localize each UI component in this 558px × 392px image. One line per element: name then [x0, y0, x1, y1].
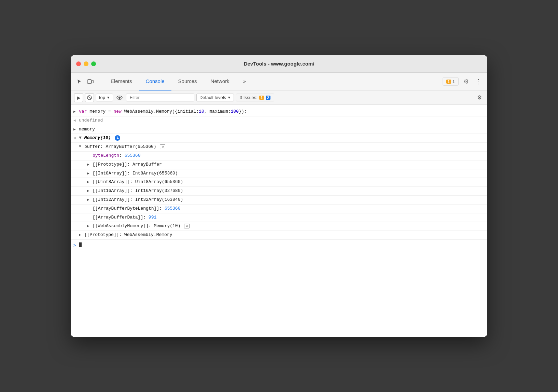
console-input-line[interactable]: >	[71, 240, 487, 251]
line-content: [[ArrayBufferByteLength]]: 655360	[93, 205, 485, 212]
maximize-button[interactable]	[91, 61, 96, 66]
levels-selector[interactable]: Default levels ▼	[196, 94, 234, 101]
context-selector[interactable]: top ▼	[96, 94, 113, 101]
minimize-button[interactable]	[84, 61, 88, 66]
tab-console[interactable]: Console	[139, 73, 171, 90]
line-content: memory	[79, 126, 485, 133]
tab-sources[interactable]: Sources	[171, 73, 204, 90]
devtools-window: DevTools - www.google.com/ Elements	[71, 55, 487, 337]
expand-icon[interactable]	[87, 187, 93, 193]
eye-button[interactable]	[115, 93, 124, 102]
traffic-lights	[76, 61, 96, 66]
line-content: buffer: ArrayBuffer(655360) ⊟	[84, 143, 485, 151]
line-content: [[Int32Array]]: Int32Array(163840)	[93, 196, 485, 204]
filter-input[interactable]	[126, 94, 194, 101]
console-line-2: undefined	[71, 116, 487, 125]
console-line-15: [[Prototype]]: WebAssembly.Memory	[71, 231, 487, 240]
spacer	[87, 214, 93, 215]
console-line-12: [[ArrayBufferByteLength]]: 655360	[71, 205, 487, 213]
output-icon	[73, 117, 79, 123]
line-content: [[Int8Array]]: Int8Array(655360)	[93, 170, 485, 177]
svg-rect-0	[88, 80, 91, 84]
tab-elements[interactable]: Elements	[104, 73, 139, 90]
console-toolbar: ▶ top ▼ Default levels ▼ 3 Issues: 1 2	[71, 90, 487, 105]
window-title: DevTools - www.google.com/	[244, 61, 315, 67]
tab-more[interactable]: »	[236, 73, 253, 90]
buffer-db-icon: ⊟	[160, 144, 165, 149]
titlebar: DevTools - www.google.com/	[71, 55, 487, 73]
console-settings-icon[interactable]: ⚙	[475, 93, 484, 102]
expand-icon[interactable]	[87, 196, 93, 202]
spacer	[87, 205, 93, 206]
expand-icon[interactable]	[87, 179, 93, 184]
device-icon[interactable]	[86, 77, 95, 86]
console-line-13: [[ArrayBufferData]]: 991	[71, 213, 487, 222]
svg-point-5	[118, 97, 120, 98]
expand-icon[interactable]	[87, 223, 93, 228]
run-button[interactable]: ▶	[74, 93, 83, 102]
toolbar-icons	[75, 77, 95, 86]
console-line-11: [[Int32Array]]: Int32Array(163840)	[71, 196, 487, 205]
line-content: byteLength: 655360	[93, 152, 485, 159]
more-icon[interactable]: ⋮	[474, 77, 483, 86]
console-line-10: [[Int16Array]]: Int16Array(327680)	[71, 187, 487, 196]
memory-info-icon: i	[115, 135, 120, 141]
svg-line-3	[88, 96, 91, 99]
line-content: [[ArrayBufferData]]: 991	[93, 214, 485, 221]
toolbar-right: 1 1 ⚙ ⋮	[443, 77, 483, 86]
block-button[interactable]	[85, 93, 94, 102]
line-content: var memory = new WebAssembly.Memory({ini…	[79, 108, 485, 115]
warn-icon: 1	[446, 80, 451, 84]
wasm-db-icon: ⊟	[184, 224, 190, 228]
issues-badge[interactable]: 1 1	[443, 77, 459, 86]
line-content: [[Prototype]]: WebAssembly.Memory	[84, 232, 485, 239]
line-content: [[WebAssemblyMemory]]: Memory(10) ⊟	[93, 223, 485, 230]
main-toolbar: Elements Console Sources Network » 1 1 ⚙…	[71, 73, 487, 90]
line-content: undefined	[79, 117, 485, 124]
console-line-1: var memory = new WebAssembly.Memory({ini…	[71, 108, 487, 116]
console-line-14: [[WebAssemblyMemory]]: Memory(10) ⊟	[71, 222, 487, 231]
console-prompt: >	[73, 242, 76, 248]
console-line-9: [[Uint8Array]]: Uint8Array(655360)	[71, 178, 487, 187]
settings-icon[interactable]: ⚙	[461, 77, 471, 86]
expand-icon[interactable]: ▼	[79, 143, 84, 149]
console-line-6: byteLength: 655360	[71, 152, 487, 160]
expand-icon[interactable]	[73, 108, 79, 114]
issues-info-badge: 2	[266, 96, 270, 100]
svg-rect-1	[92, 80, 93, 83]
tab-bar: Elements Console Sources Network »	[104, 73, 443, 90]
expand-icon[interactable]	[87, 170, 93, 176]
line-content: [[Int16Array]]: Int16Array(327680)	[93, 187, 485, 195]
console-line-7: [[Prototype]]: ArrayBuffer	[71, 160, 487, 169]
spacer	[87, 152, 93, 153]
line-content: ▼ Memory(10) i	[79, 135, 485, 142]
line-content: [[Uint8Array]]: Uint8Array(655360)	[93, 179, 485, 186]
line-content: [[Prototype]]: ArrayBuffer	[93, 161, 485, 168]
expand-icon[interactable]	[73, 126, 79, 131]
tab-network[interactable]: Network	[204, 73, 236, 90]
console-line-8: [[Int8Array]]: Int8Array(655360)	[71, 169, 487, 178]
close-button[interactable]	[76, 61, 81, 66]
cursor-icon[interactable]	[75, 77, 84, 86]
cursor	[79, 242, 82, 247]
console-line-4: ◀ ▼ Memory(10) i	[71, 134, 487, 143]
issues-warn-badge: 1	[259, 96, 264, 100]
expand-icon[interactable]	[79, 232, 84, 237]
expand-icon[interactable]	[87, 161, 93, 167]
console-line-5: ▼ buffer: ArrayBuffer(655360) ⊟	[71, 143, 487, 152]
console-issues-btn[interactable]: 3 Issues: 1 2	[236, 94, 274, 101]
output-icon: ◀	[73, 135, 79, 140]
console-content: var memory = new WebAssembly.Memory({ini…	[71, 105, 487, 337]
tab-divider	[101, 77, 101, 86]
console-line-3: memory	[71, 125, 487, 134]
